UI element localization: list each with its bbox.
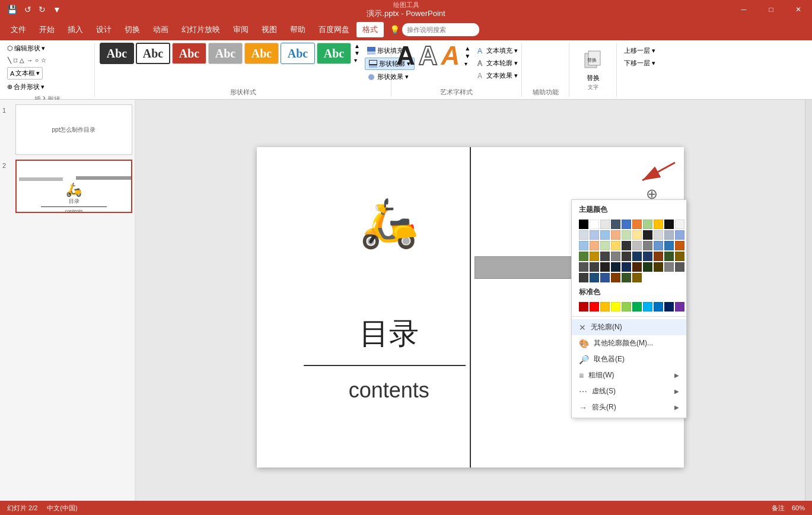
theme-color-cell[interactable] bbox=[590, 273, 599, 282]
swatch-4[interactable]: Abc bbox=[208, 43, 243, 64]
customize-btn[interactable]: ▼ bbox=[50, 4, 63, 15]
text-effect-btn[interactable]: A 文本效果 ▾ bbox=[475, 70, 520, 81]
theme-color-cell[interactable] bbox=[664, 220, 674, 229]
text-fill-btn[interactable]: A 文本填充 ▾ bbox=[475, 45, 520, 56]
standard-color-cell[interactable] bbox=[600, 302, 610, 311]
theme-color-cell[interactable] bbox=[675, 220, 684, 229]
move-down-btn[interactable]: 下移一层 ▾ bbox=[622, 58, 658, 69]
theme-color-cell[interactable] bbox=[579, 262, 588, 272]
theme-color-cell[interactable] bbox=[654, 220, 663, 229]
theme-color-cell[interactable] bbox=[632, 230, 642, 240]
swatch-2[interactable]: Abc bbox=[136, 43, 170, 64]
theme-color-cell[interactable] bbox=[600, 262, 610, 272]
slide-item-2[interactable]: 2 🛵 目录 contents bbox=[2, 160, 132, 213]
standard-color-cell[interactable] bbox=[632, 302, 642, 311]
theme-color-cell[interactable] bbox=[600, 230, 610, 240]
art-scroll-more[interactable]: ▾ bbox=[464, 61, 470, 67]
standard-color-cell[interactable] bbox=[590, 302, 599, 311]
undo-btn[interactable]: ↺ bbox=[22, 4, 34, 15]
eyedropper-item[interactable]: 🔎 取色器(E) bbox=[572, 351, 686, 367]
menu-baidu[interactable]: 百度网盘 bbox=[313, 22, 355, 37]
theme-color-cell[interactable] bbox=[579, 252, 588, 261]
theme-color-cell[interactable] bbox=[632, 241, 642, 250]
menu-view[interactable]: 视图 bbox=[256, 22, 283, 37]
theme-color-cell[interactable] bbox=[600, 273, 610, 282]
theme-color-cell[interactable] bbox=[643, 262, 652, 272]
theme-color-cell[interactable] bbox=[622, 241, 631, 250]
theme-color-cell[interactable] bbox=[654, 262, 663, 272]
menu-slideshow[interactable]: 幻灯片放映 bbox=[176, 22, 226, 37]
theme-color-cell[interactable] bbox=[611, 230, 620, 240]
theme-color-cell[interactable] bbox=[590, 262, 599, 272]
art-A-outline[interactable]: A bbox=[419, 43, 438, 69]
menu-insert[interactable]: 插入 bbox=[62, 22, 89, 37]
theme-color-cell[interactable] bbox=[643, 220, 652, 229]
theme-color-cell[interactable] bbox=[654, 252, 663, 261]
search-input[interactable] bbox=[402, 23, 479, 36]
theme-color-cell[interactable] bbox=[600, 252, 610, 261]
menu-format[interactable]: 格式 bbox=[356, 22, 384, 37]
standard-color-cell[interactable] bbox=[654, 302, 663, 311]
theme-color-cell[interactable] bbox=[611, 273, 620, 282]
theme-color-cell[interactable] bbox=[632, 252, 642, 261]
theme-color-cell[interactable] bbox=[622, 273, 631, 282]
standard-color-cell[interactable] bbox=[622, 302, 631, 311]
theme-color-cell[interactable] bbox=[664, 230, 674, 240]
shape-rect[interactable]: □ bbox=[13, 56, 18, 64]
theme-color-cell[interactable] bbox=[611, 262, 620, 272]
theme-color-cell[interactable] bbox=[590, 220, 599, 229]
menu-home[interactable]: 开始 bbox=[33, 22, 60, 37]
menu-help[interactable]: 帮助 bbox=[284, 22, 311, 37]
shape-arrow[interactable]: → bbox=[26, 56, 33, 64]
theme-color-cell[interactable] bbox=[632, 262, 642, 272]
theme-color-cell[interactable] bbox=[579, 273, 588, 282]
theme-color-cell[interactable] bbox=[579, 241, 588, 250]
swatch-7[interactable]: Abc bbox=[317, 43, 351, 64]
minimize-btn[interactable]: ─ bbox=[730, 0, 757, 19]
theme-color-cell[interactable] bbox=[600, 220, 610, 229]
shape-star[interactable]: ☆ bbox=[40, 56, 47, 64]
theme-color-cell[interactable] bbox=[643, 230, 652, 240]
slide-item-1[interactable]: 1 ppt怎么制作目录 bbox=[2, 104, 132, 155]
dashes-item[interactable]: ⋯ 虚线(S) ▶ bbox=[572, 383, 686, 399]
theme-color-cell[interactable] bbox=[579, 230, 588, 240]
menu-design[interactable]: 设计 bbox=[90, 22, 117, 37]
theme-color-cell[interactable] bbox=[632, 220, 642, 229]
standard-color-cell[interactable] bbox=[579, 302, 588, 311]
theme-color-cell[interactable] bbox=[675, 252, 684, 261]
art-A-filled[interactable]: A bbox=[396, 43, 415, 69]
theme-color-cell[interactable] bbox=[643, 252, 652, 261]
art-scroll-up[interactable]: ▲ bbox=[464, 45, 470, 52]
save-btn[interactable]: 💾 bbox=[5, 4, 20, 15]
art-scroll-down[interactable]: ▼ bbox=[464, 53, 470, 59]
theme-color-cell[interactable] bbox=[622, 220, 631, 229]
theme-color-cell[interactable] bbox=[675, 241, 684, 250]
theme-color-cell[interactable] bbox=[590, 241, 599, 250]
theme-color-cell[interactable] bbox=[611, 252, 620, 261]
styles-down[interactable]: ▼ bbox=[354, 50, 360, 56]
standard-color-cell[interactable] bbox=[643, 302, 652, 311]
edit-shape-btn[interactable]: ⬡编辑形状▾ bbox=[5, 43, 47, 54]
art-A-orange[interactable]: A bbox=[441, 43, 460, 69]
standard-color-cell[interactable] bbox=[611, 302, 620, 311]
swatch-5[interactable]: Abc bbox=[244, 43, 279, 64]
swatch-1[interactable]: Abc bbox=[100, 43, 134, 64]
menu-animation[interactable]: 动画 bbox=[147, 22, 174, 37]
theme-color-cell[interactable] bbox=[611, 220, 620, 229]
right-scrollbar[interactable] bbox=[805, 100, 812, 515]
menu-file[interactable]: 文件 bbox=[5, 22, 32, 37]
theme-color-cell[interactable] bbox=[664, 252, 674, 261]
arrow-item[interactable]: → 箭头(R) ▶ bbox=[572, 399, 686, 415]
theme-color-cell[interactable] bbox=[611, 241, 620, 250]
theme-color-cell[interactable] bbox=[632, 273, 642, 282]
redo-btn[interactable]: ↻ bbox=[36, 4, 48, 15]
more-colors-item[interactable]: 🎨 其他轮廓颜色(M)... bbox=[572, 335, 686, 351]
textbox-btn[interactable]: A文本框▾ bbox=[7, 67, 43, 80]
standard-color-cell[interactable] bbox=[675, 302, 684, 311]
canvas-area[interactable]: 🛵 目录 contents ⊕ 主题颜色 标准色 ✕ 无轮廓(N) bbox=[135, 100, 805, 515]
theme-color-cell[interactable] bbox=[622, 252, 631, 261]
theme-color-cell[interactable] bbox=[622, 262, 631, 272]
no-outline-item[interactable]: ✕ 无轮廓(N) bbox=[572, 319, 686, 335]
theme-color-cell[interactable] bbox=[654, 230, 663, 240]
theme-color-cell[interactable] bbox=[675, 262, 684, 272]
